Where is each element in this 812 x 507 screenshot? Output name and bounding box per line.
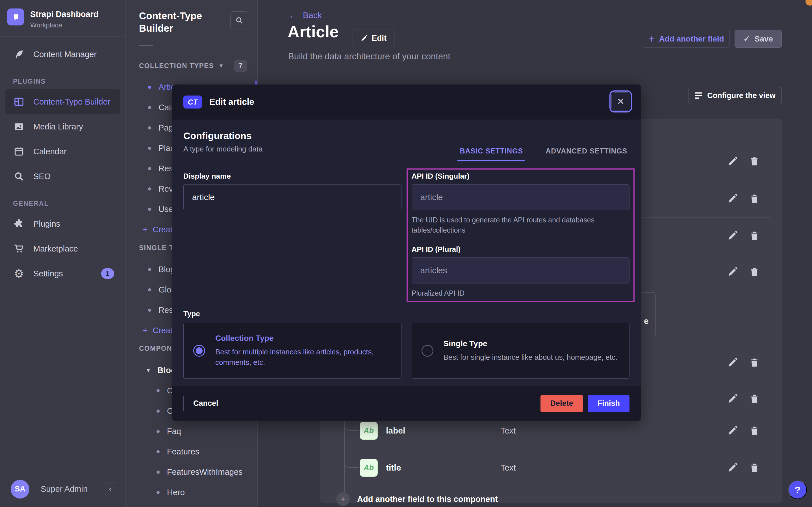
nav-item-label: Calendar — [33, 147, 67, 156]
delete-icon[interactable] — [749, 230, 760, 241]
search-icon — [235, 16, 244, 24]
nav-item-content-type-builder[interactable]: Content-Type Builder — [5, 89, 120, 114]
field-type: Text — [501, 459, 516, 477]
main-sidebar: Strapi Dashboard Workplace Content Manag… — [0, 0, 126, 507]
edit-button[interactable]: Edit — [353, 29, 394, 47]
radio-unselected-icon[interactable] — [422, 345, 433, 357]
help-button[interactable]: ? — [788, 481, 807, 499]
table-row-label: Ab label Text — [320, 421, 782, 458]
app-title: Strapi Dashboard — [30, 10, 99, 19]
delete-icon[interactable] — [749, 393, 760, 404]
edit-icon[interactable] — [727, 193, 738, 204]
item-label: Hero — [167, 488, 185, 497]
type-section: Type Collection Type Best for multiple i… — [183, 309, 629, 379]
api-id-singular-input[interactable] — [412, 184, 630, 210]
cart-icon — [13, 243, 25, 255]
nav-item-settings[interactable]: ⚙ Settings 1 — [0, 261, 125, 286]
bullet-icon — [148, 147, 151, 150]
delete-button[interactable]: Delete — [541, 395, 582, 412]
api-id-plural-input[interactable] — [412, 258, 630, 283]
delete-icon[interactable] — [749, 425, 760, 436]
item-label: FeaturesWithImages — [167, 467, 243, 477]
edit-icon[interactable] — [727, 425, 738, 436]
add-field-to-component-button[interactable]: + Add another field to this component — [336, 492, 498, 506]
strapi-app: Strapi Dashboard Workplace Content Manag… — [0, 0, 812, 507]
api-id-singular-hint: The UID is used to generate the API rout… — [412, 215, 630, 235]
nav-item-label: SEO — [33, 172, 51, 181]
row-actions — [727, 193, 760, 204]
configure-view-button[interactable]: Configure the view — [689, 87, 782, 104]
bullet-icon — [148, 126, 151, 129]
close-icon[interactable]: ✕ — [611, 93, 630, 111]
option-title: Collection Type — [215, 334, 392, 343]
field-name: label — [386, 421, 405, 440]
delete-icon[interactable] — [749, 267, 760, 277]
edit-icon[interactable] — [727, 156, 738, 167]
image-icon — [13, 121, 25, 132]
back-arrow-icon: ← — [288, 10, 298, 20]
item-label: Faq — [167, 427, 181, 436]
cancel-button[interactable]: Cancel — [183, 395, 228, 412]
bullet-icon — [148, 106, 151, 109]
text-field-type-badge: Ab — [360, 459, 378, 477]
finish-button[interactable]: Finish — [588, 395, 630, 412]
section-title: Configurations — [183, 130, 262, 141]
bullet-icon — [148, 208, 151, 211]
main-nav-list: Content Manager PLUGINS Content-Type Bui… — [0, 37, 125, 286]
feather-pen-icon — [13, 48, 25, 60]
row-actions — [727, 425, 760, 436]
edit-icon[interactable] — [727, 357, 738, 368]
configure-label: Configure the view — [707, 91, 775, 100]
nav-item-content-manager[interactable]: Content Manager — [0, 42, 125, 67]
subnav-title: Content-Type Builder — [139, 10, 224, 35]
delete-icon[interactable] — [749, 462, 760, 473]
option-title: Single Type — [444, 339, 618, 348]
modal-header: CT Edit article ✕ — [172, 84, 641, 120]
component-item[interactable]: Hero — [126, 482, 257, 503]
bullet-icon — [157, 409, 160, 413]
bullet-icon — [157, 491, 160, 494]
radio-selected-icon[interactable] — [193, 345, 205, 357]
nav-item-media-library[interactable]: Media Library — [0, 114, 125, 139]
user-footer: SA Super Admin ‹ — [0, 471, 125, 507]
tab-advanced-settings[interactable]: ADVANCED SETTINGS — [543, 147, 629, 161]
collapse-sidebar-button[interactable]: ‹ — [105, 482, 115, 496]
avatar[interactable]: SA — [11, 480, 29, 499]
nav-item-calendar[interactable]: Calendar — [0, 139, 125, 164]
delete-icon[interactable] — [749, 193, 760, 204]
nav-item-plugins[interactable]: Plugins — [0, 211, 125, 236]
api-id-group: API ID (Singular) The UID is used to gen… — [412, 172, 630, 298]
edit-icon[interactable] — [727, 230, 738, 241]
search-icon — [13, 170, 25, 182]
nav-item-marketplace[interactable]: Marketplace — [0, 236, 125, 261]
partial-text: e — [644, 316, 649, 326]
component-item[interactable]: FeaturesWithImages — [126, 462, 257, 482]
collection-type-option[interactable]: Collection Type Best for multiple instan… — [183, 323, 401, 379]
workspace-brand[interactable]: Strapi Dashboard Workplace — [0, 0, 125, 37]
edit-icon[interactable] — [727, 393, 738, 404]
page-subtitle: Build the data architecture of your cont… — [288, 51, 450, 62]
add-another-field-button[interactable]: + Add another field — [643, 30, 730, 48]
edit-article-modal: CT Edit article ✕ Configurations A type … — [172, 84, 641, 421]
search-button[interactable] — [230, 11, 248, 30]
edit-icon[interactable] — [727, 462, 738, 473]
option-text: Single Type Best for single instance lik… — [444, 339, 618, 362]
nav-item-seo[interactable]: SEO — [0, 164, 125, 189]
row-actions — [727, 462, 760, 473]
bullet-icon — [148, 268, 151, 271]
save-button[interactable]: ✓ Save — [735, 30, 782, 48]
edit-icon[interactable] — [727, 267, 738, 277]
list-settings-icon — [695, 93, 702, 99]
collection-count-badge: 7 — [234, 60, 247, 72]
back-link[interactable]: ← Back — [288, 10, 322, 20]
delete-icon[interactable] — [749, 156, 760, 167]
component-item[interactable]: Faq — [126, 421, 257, 441]
section-collection-types[interactable]: COLLECTION TYPES ▼ 7 — [126, 57, 257, 75]
tab-basic-settings[interactable]: BASIC SETTINGS — [457, 147, 525, 161]
component-item[interactable]: Features — [126, 441, 257, 462]
display-name-input[interactable] — [183, 184, 401, 210]
single-type-option[interactable]: Single Type Best for single instance lik… — [412, 323, 630, 379]
field-name: title — [386, 459, 401, 477]
brand-text: Strapi Dashboard Workplace — [30, 8, 99, 37]
delete-icon[interactable] — [749, 357, 760, 368]
